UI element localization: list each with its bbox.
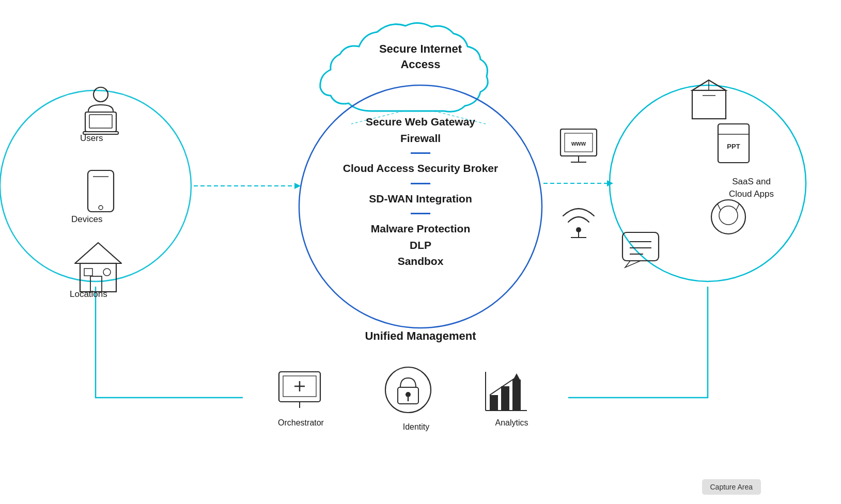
svg-line-60 <box>490 377 517 395</box>
svg-text:PPT: PPT <box>727 143 740 150</box>
center-content: Secure Web Gateway Firewall Cloud Access… <box>309 114 532 270</box>
svg-point-39 <box>719 206 738 225</box>
analytics-icon <box>486 372 527 411</box>
svg-marker-44 <box>625 261 641 267</box>
wifi-icon <box>563 209 594 238</box>
svg-rect-27 <box>565 133 593 152</box>
svg-rect-32 <box>718 124 749 163</box>
svg-point-0 <box>0 90 191 281</box>
svg-point-9 <box>94 87 108 102</box>
svg-point-20 <box>103 269 111 276</box>
svg-rect-19 <box>84 269 92 276</box>
divider-2 <box>411 183 430 184</box>
users-label: Users <box>80 133 103 144</box>
svg-marker-4 <box>294 183 301 189</box>
svg-point-38 <box>711 200 745 234</box>
svg-rect-10 <box>85 112 116 132</box>
chat-icon <box>622 232 659 267</box>
ppt-icon: PPT <box>718 124 749 163</box>
svg-point-53 <box>406 392 411 397</box>
svg-point-35 <box>576 227 581 232</box>
svg-marker-22 <box>692 80 726 90</box>
svg-point-51 <box>385 367 431 413</box>
svg-rect-11 <box>89 115 112 128</box>
svg-rect-57 <box>490 395 498 411</box>
svg-marker-6 <box>607 180 613 186</box>
unified-management-label: Unified Management <box>365 329 476 343</box>
orchestrator-icon <box>279 372 320 408</box>
svg-rect-45 <box>279 372 320 402</box>
www-icon: www <box>560 129 597 162</box>
box-icon <box>692 80 726 119</box>
svg-rect-46 <box>283 376 316 397</box>
svg-rect-52 <box>398 387 418 404</box>
svg-rect-26 <box>560 129 597 156</box>
users-icon <box>83 87 118 134</box>
devices-label: Devices <box>71 214 102 225</box>
analytics-label: Analytics <box>490 418 534 428</box>
svg-rect-13 <box>88 170 114 212</box>
orchestrator-label: Orchestrator <box>274 418 328 428</box>
sdwan-text: SD-WAN Integration <box>309 191 532 207</box>
saas-label: SaaS andCloud Apps <box>729 176 774 200</box>
malware-text: Malware Protection <box>309 220 532 237</box>
svg-marker-16 <box>75 243 121 263</box>
diagram-container: www PPT <box>0 0 841 504</box>
devices-icon <box>88 170 114 212</box>
cloud-label: Secure Internet Access <box>364 41 477 72</box>
divider-1 <box>411 152 430 154</box>
svg-rect-40 <box>622 232 659 261</box>
svg-rect-58 <box>501 386 509 411</box>
svg-text:www: www <box>571 140 586 147</box>
github-icon <box>711 200 745 234</box>
sandbox-text: Sandbox <box>309 253 532 270</box>
svg-rect-17 <box>80 263 116 292</box>
capture-area-badge: Capture Area <box>702 479 761 495</box>
divider-3 <box>411 213 430 214</box>
locations-icon <box>75 243 121 292</box>
casb-text: Cloud Access Security Broker <box>309 160 532 177</box>
swg-text: Secure Web Gateway <box>309 114 532 130</box>
identity-label: Identity <box>394 422 438 432</box>
firewall-text: Firewall <box>309 130 532 147</box>
svg-point-2 <box>610 85 806 281</box>
identity-icon <box>385 367 431 413</box>
dlp-text: DLP <box>309 237 532 254</box>
svg-marker-61 <box>512 373 521 381</box>
locations-label: Locations <box>70 289 107 300</box>
svg-point-15 <box>99 206 103 210</box>
svg-rect-59 <box>512 380 521 411</box>
svg-rect-21 <box>692 90 726 119</box>
